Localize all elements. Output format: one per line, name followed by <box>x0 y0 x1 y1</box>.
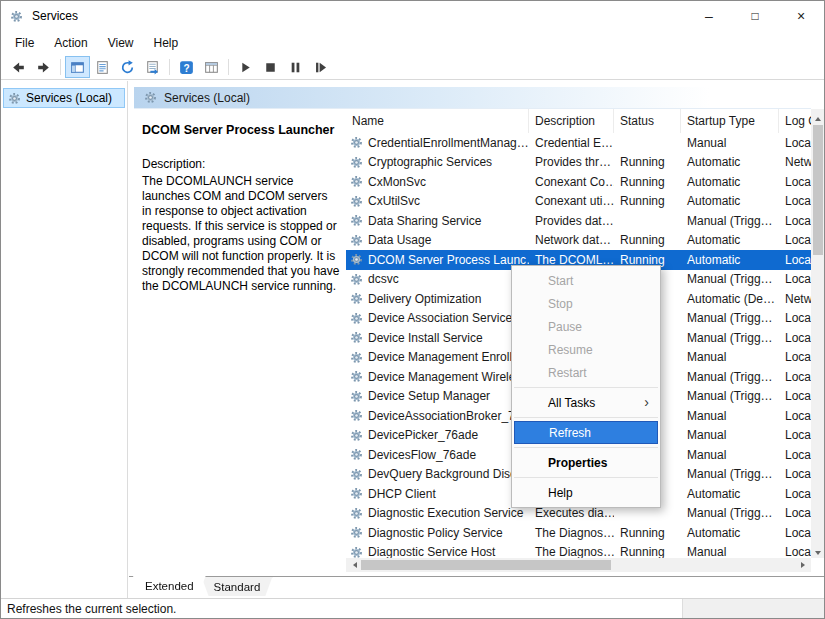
status-text: Refreshes the current selection. <box>7 602 176 616</box>
service-row[interactable]: CredentialEnrollmentManag…Credential E…M… <box>346 133 811 153</box>
restart-service-button[interactable] <box>308 56 333 78</box>
column-header-startup-type[interactable]: Startup Type <box>681 109 779 133</box>
cell-logon: Local <box>785 350 811 364</box>
cell-logon: Local <box>785 448 811 462</box>
selected-service-title: DCOM Server Process Launcher <box>142 123 340 137</box>
services-gear-icon <box>8 92 21 105</box>
cell-startup: Automatic <box>687 194 740 208</box>
forward-button[interactable] <box>31 56 56 78</box>
context-menu-item-help[interactable]: Help <box>512 481 660 504</box>
menu-file[interactable]: File <box>5 33 44 53</box>
vertical-scrollbar[interactable] <box>811 109 824 558</box>
cell-logon: Netw <box>785 292 811 306</box>
service-gear-icon <box>350 468 363 481</box>
service-gear-icon <box>350 214 363 227</box>
stop-service-button[interactable] <box>258 56 283 78</box>
horizontal-scroll-thumb[interactable] <box>361 560 611 570</box>
context-menu-item-properties[interactable]: Properties <box>512 451 660 474</box>
cell-startup: Manual <box>687 428 726 442</box>
service-gear-icon <box>350 429 363 442</box>
cell-description: Credential E… <box>535 136 613 150</box>
banner-services-icon <box>144 91 157 104</box>
export-list-icon <box>144 59 161 76</box>
service-row[interactable]: Diagnostic Service HostThe Diagnos…Runni… <box>346 543 811 559</box>
vertical-scroll-thumb[interactable] <box>813 125 823 255</box>
tab-standard[interactable]: Standard <box>202 577 273 596</box>
context-menu-item-refresh[interactable]: Refresh <box>514 421 658 444</box>
cell-startup: Automatic <box>687 253 740 267</box>
service-row[interactable]: Data Sharing ServiceProvides dat…Manual … <box>346 211 811 231</box>
view-chooser-button[interactable] <box>199 56 224 78</box>
menu-view[interactable]: View <box>98 33 144 53</box>
column-header-log-o[interactable]: Log O <box>779 109 811 133</box>
cell-logon: Local <box>785 409 811 423</box>
properties-button[interactable] <box>90 56 115 78</box>
service-gear-icon <box>350 526 363 539</box>
horizontal-scrollbar[interactable] <box>346 558 811 572</box>
maximize-button[interactable]: □ <box>732 1 778 31</box>
properties-icon <box>94 59 111 76</box>
context-menu-item-all-tasks[interactable]: All Tasks <box>512 391 660 414</box>
service-row[interactable]: CxMonSvcConexant Co…RunningAutomaticLoca… <box>346 172 811 192</box>
context-menu-item-pause: Pause <box>512 315 660 338</box>
cell-logon: Local <box>785 467 811 481</box>
service-row[interactable]: Cryptographic ServicesProvides thr…Runni… <box>346 153 811 173</box>
close-button[interactable]: × <box>778 1 824 31</box>
service-row[interactable]: Data UsageNetwork dat…RunningAutomaticLo… <box>346 231 811 251</box>
pause-service-icon <box>287 59 304 76</box>
cell-startup: Automatic <box>687 487 740 501</box>
menu-separator <box>514 477 658 478</box>
context-menu: StartStopPauseResumeRestartAll TasksRefr… <box>511 265 661 508</box>
help-button[interactable]: ? <box>174 56 199 78</box>
cell-name: Data Usage <box>368 233 431 247</box>
cell-logon: Local <box>785 214 811 228</box>
back-button[interactable] <box>6 56 31 78</box>
cell-description: Provides thr… <box>535 155 611 169</box>
cell-startup: Automatic <box>687 155 740 169</box>
context-menu-item-start: Start <box>512 269 660 292</box>
column-header-description[interactable]: Description <box>529 109 614 133</box>
tree-item-services-local[interactable]: Services (Local) <box>3 88 125 108</box>
console-tree-icon <box>69 59 86 76</box>
cell-name: Cryptographic Services <box>368 155 492 169</box>
pause-service-button[interactable] <box>283 56 308 78</box>
service-row[interactable]: Diagnostic Policy ServiceThe Diagnos…Run… <box>346 523 811 543</box>
cell-name: Data Sharing Service <box>368 214 481 228</box>
cell-startup: Automatic <box>687 175 740 189</box>
cell-status: Running <box>620 155 665 169</box>
service-row[interactable]: CxUtilSvcConexant uti…RunningAutomaticLo… <box>346 192 811 212</box>
service-gear-icon <box>350 156 363 169</box>
tab-extended[interactable]: Extended <box>133 576 206 596</box>
column-header-name[interactable]: Name <box>346 109 529 133</box>
cell-name: Device Setup Manager <box>368 389 490 403</box>
minimize-button[interactable]: – <box>686 1 732 31</box>
refresh-button[interactable] <box>115 56 140 78</box>
title-bar: Services – □ × <box>1 1 824 31</box>
menu-help[interactable]: Help <box>144 33 189 53</box>
view-chooser-icon <box>203 59 220 76</box>
svg-text:?: ? <box>183 62 189 73</box>
show-hide-console-tree-button[interactable] <box>65 56 90 78</box>
scroll-right-arrow-icon[interactable] <box>798 558 811 572</box>
column-header-status[interactable]: Status <box>614 109 681 133</box>
scroll-up-arrow-icon[interactable] <box>811 109 824 122</box>
cell-startup: Manual (Trigg… <box>687 370 773 384</box>
app-services-icon <box>10 10 23 23</box>
start-service-button[interactable] <box>233 56 258 78</box>
description-label: Description: <box>142 157 340 172</box>
cell-name: DeviceAssociationBroker_76… <box>368 409 529 423</box>
scroll-down-arrow-icon[interactable] <box>811 545 824 558</box>
cell-logon: Local <box>785 506 811 520</box>
banner-title: Services (Local) <box>164 91 250 105</box>
export-list-button[interactable] <box>140 56 165 78</box>
menu-action[interactable]: Action <box>44 33 97 53</box>
toolbar-separator <box>228 59 229 75</box>
scroll-left-arrow-icon[interactable] <box>346 558 359 572</box>
services-pane: Services (Local) DCOM Server Process Lau… <box>129 81 824 598</box>
cell-name: Device Association Service <box>368 311 512 325</box>
restart-service-icon <box>312 59 329 76</box>
cell-name: DevicesFlow_76ade <box>368 448 476 462</box>
status-bar-right-pane <box>682 599 824 618</box>
cell-name: DevQuery Background Disc… <box>368 467 528 481</box>
cell-description: Executes dia… <box>535 506 614 520</box>
